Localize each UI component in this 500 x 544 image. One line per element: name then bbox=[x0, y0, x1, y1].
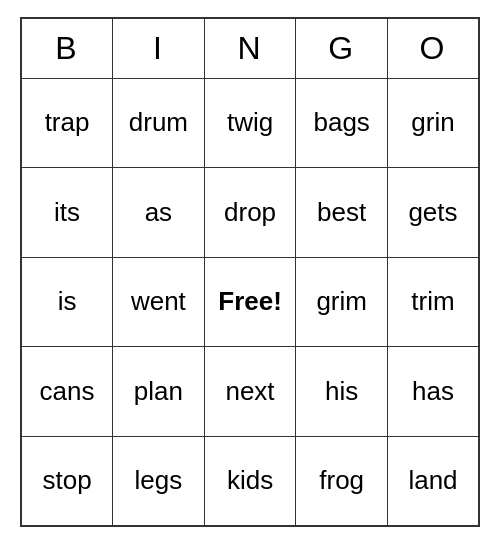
header-col-b: B bbox=[21, 18, 113, 78]
bingo-cell-0-4: grin bbox=[387, 78, 479, 168]
bingo-cell-2-2: Free! bbox=[204, 257, 296, 347]
header-row: BINGO bbox=[21, 18, 479, 78]
bingo-row-0: trapdrumtwigbagsgrin bbox=[21, 78, 479, 168]
bingo-cell-2-0: is bbox=[21, 257, 113, 347]
bingo-cell-2-3: grim bbox=[296, 257, 388, 347]
header-col-n: N bbox=[204, 18, 296, 78]
bingo-row-1: itsasdropbestgets bbox=[21, 168, 479, 258]
bingo-cell-3-2: next bbox=[204, 347, 296, 437]
bingo-cell-4-0: stop bbox=[21, 436, 113, 526]
bingo-cell-3-0: cans bbox=[21, 347, 113, 437]
bingo-cell-1-4: gets bbox=[387, 168, 479, 258]
bingo-cell-2-4: trim bbox=[387, 257, 479, 347]
bingo-row-2: iswentFree!grimtrim bbox=[21, 257, 479, 347]
bingo-cell-0-3: bags bbox=[296, 78, 388, 168]
bingo-cell-0-0: trap bbox=[21, 78, 113, 168]
bingo-cell-2-1: went bbox=[113, 257, 205, 347]
bingo-cell-3-4: has bbox=[387, 347, 479, 437]
bingo-row-4: stoplegskidsfrogland bbox=[21, 436, 479, 526]
header-col-o: O bbox=[387, 18, 479, 78]
bingo-cell-1-1: as bbox=[113, 168, 205, 258]
bingo-cell-1-2: drop bbox=[204, 168, 296, 258]
bingo-cell-1-0: its bbox=[21, 168, 113, 258]
bingo-card: BINGO trapdrumtwigbagsgrinitsasdropbestg… bbox=[20, 17, 480, 527]
bingo-cell-4-3: frog bbox=[296, 436, 388, 526]
bingo-cell-0-2: twig bbox=[204, 78, 296, 168]
bingo-cell-0-1: drum bbox=[113, 78, 205, 168]
header-col-g: G bbox=[296, 18, 388, 78]
bingo-cell-4-2: kids bbox=[204, 436, 296, 526]
bingo-row-3: cansplannexthishas bbox=[21, 347, 479, 437]
bingo-cell-4-4: land bbox=[387, 436, 479, 526]
bingo-cell-3-1: plan bbox=[113, 347, 205, 437]
bingo-cell-3-3: his bbox=[296, 347, 388, 437]
header-col-i: I bbox=[113, 18, 205, 78]
bingo-cell-1-3: best bbox=[296, 168, 388, 258]
bingo-cell-4-1: legs bbox=[113, 436, 205, 526]
